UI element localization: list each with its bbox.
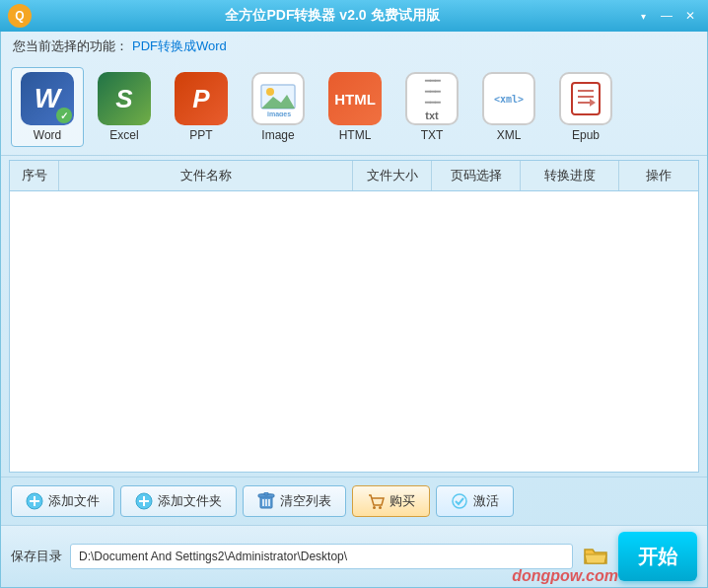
add-file-icon <box>26 492 43 510</box>
format-icon-html[interactable]: HTML HTML <box>319 68 391 146</box>
image-icon-box: images <box>251 72 305 125</box>
buy-label: 购买 <box>389 492 415 510</box>
html-icon-box: HTML <box>328 72 382 125</box>
ppt-label: PPT <box>189 128 212 142</box>
col-progress: 转换进度 <box>521 161 619 190</box>
col-filename: 文件名称 <box>59 161 353 190</box>
xml-icon-box: <xml> <box>482 72 535 125</box>
table-header: 序号 文件名称 文件大小 页码选择 转换进度 操作 <box>10 161 698 191</box>
file-table: 序号 文件名称 文件大小 页码选择 转换进度 操作 <box>9 160 699 473</box>
app-title: 全方位PDF转换器 v2.0 免费试用版 <box>32 7 633 25</box>
add-file-label: 添加文件 <box>48 492 100 510</box>
svg-rect-13 <box>264 492 268 495</box>
excel-label: Excel <box>109 128 138 142</box>
status-prefix: 您当前选择的功能： <box>13 37 128 55</box>
epub-label: Epub <box>572 128 600 142</box>
svg-rect-4 <box>572 83 600 114</box>
txt-label: TXT <box>421 128 444 142</box>
svg-rect-7 <box>30 500 39 502</box>
minimize-btn[interactable]: — <box>657 6 676 26</box>
activate-icon <box>451 492 468 510</box>
word-icon-box: W ✓ <box>21 72 74 125</box>
format-icon-ppt[interactable]: P PPT <box>165 68 238 146</box>
format-icon-txt[interactable]: ━━━ ━━━ ━━━ txt TXT <box>395 68 468 146</box>
image-label: Image <box>261 128 294 142</box>
activate-label: 激活 <box>473 492 499 510</box>
main-window: 您当前选择的功能： PDF转换成Word W ✓ Word S Excel P … <box>0 32 708 588</box>
window-controls: ▾ — ✕ <box>633 6 700 26</box>
col-filesize: 文件大小 <box>353 161 432 190</box>
html-label: HTML <box>339 128 372 142</box>
clear-list-label: 清空列表 <box>280 492 331 510</box>
path-label: 保存目录 <box>11 548 62 565</box>
col-number: 序号 <box>10 161 59 190</box>
bottom-buttons: 添加文件 添加文件夹 <box>1 477 707 525</box>
format-icon-excel[interactable]: S Excel <box>88 68 161 146</box>
start-button[interactable]: 开始 <box>618 532 697 581</box>
add-folder-label: 添加文件夹 <box>158 492 222 510</box>
excel-icon-box: S <box>98 72 151 125</box>
svg-point-18 <box>379 506 382 509</box>
txt-icon-box: ━━━ ━━━ ━━━ txt <box>405 72 459 125</box>
status-bar: 您当前选择的功能： PDF转换成Word <box>1 32 707 61</box>
format-icons-row: W ✓ Word S Excel P PPT <box>1 61 707 156</box>
status-link[interactable]: PDF转换成Word <box>132 37 227 55</box>
buy-icon <box>367 492 385 510</box>
col-pagesel: 页码选择 <box>432 161 521 190</box>
word-label: Word <box>34 128 61 142</box>
svg-point-1 <box>266 88 274 96</box>
svg-rect-10 <box>139 500 149 502</box>
add-file-button[interactable]: 添加文件 <box>11 485 114 517</box>
title-bar: Q 全方位PDF转换器 v2.0 免费试用版 ▾ — ✕ <box>0 0 708 32</box>
folder-browse-button[interactable] <box>581 544 610 569</box>
svg-text:images: images <box>267 110 291 116</box>
buy-button[interactable]: 购买 <box>352 485 430 517</box>
svg-point-19 <box>453 494 466 508</box>
ppt-icon-box: P <box>175 72 228 125</box>
epub-icon-box <box>559 72 612 125</box>
clear-list-button[interactable]: 清空列表 <box>243 485 346 517</box>
format-icon-word[interactable]: W ✓ Word <box>11 67 84 147</box>
format-icon-image[interactable]: images Image <box>242 68 315 146</box>
path-bar: 保存目录 开始 dongpow.com <box>1 525 707 587</box>
xml-label: XML <box>497 128 522 142</box>
watermark: dongpow.com <box>512 567 618 585</box>
activate-button[interactable]: 激活 <box>436 485 514 517</box>
close-btn[interactable]: ✕ <box>680 6 700 26</box>
app-logo: Q <box>8 4 32 28</box>
format-icon-epub[interactable]: Epub <box>549 68 622 146</box>
add-folder-button[interactable]: 添加文件夹 <box>120 485 237 517</box>
col-action: 操作 <box>619 161 698 190</box>
word-checkmark: ✓ <box>56 108 72 123</box>
svg-point-17 <box>373 506 376 509</box>
start-label: 开始 <box>638 544 677 570</box>
dropdown-btn[interactable]: ▾ <box>633 6 653 26</box>
table-body <box>10 191 698 471</box>
clear-list-icon <box>257 492 275 510</box>
format-icon-xml[interactable]: <xml> XML <box>472 68 545 146</box>
add-folder-icon <box>135 492 153 510</box>
path-input[interactable] <box>70 544 573 569</box>
image-svg: images <box>259 81 297 116</box>
epub-svg <box>568 81 603 116</box>
